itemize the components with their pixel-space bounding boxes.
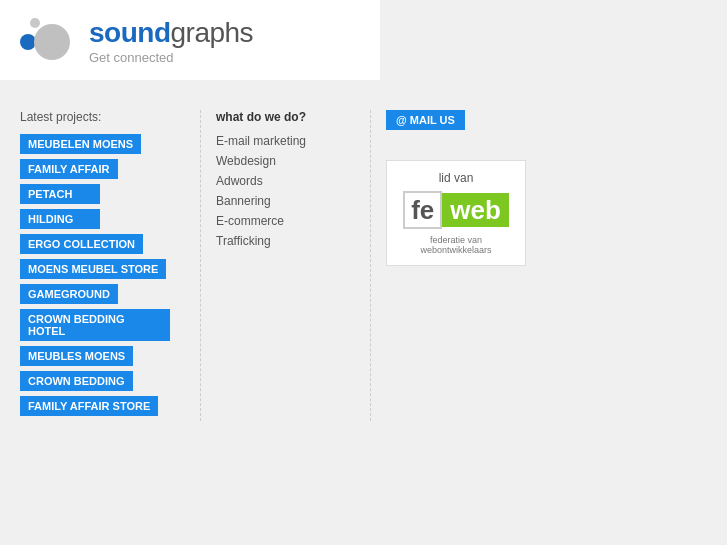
right-column: @ MAIL US lid van feweb federatie van we… (370, 110, 707, 421)
feweb-lid-text: lid van (397, 171, 515, 185)
feweb-logo[interactable]: feweb (397, 191, 515, 229)
service-menu-item[interactable]: Bannering (216, 194, 360, 208)
project-button[interactable]: MEUBLES MOENS (20, 346, 133, 366)
feweb-web-text: web (442, 193, 509, 227)
project-button[interactable]: CROWN BEDDING (20, 371, 133, 391)
project-button[interactable]: FAMILY AFFAIR (20, 159, 118, 179)
logo-tagline: Get connected (89, 50, 253, 65)
logo-sound: sound (89, 17, 171, 48)
mid-column: what do we do? E-mail marketingWebdesign… (200, 110, 360, 421)
project-button[interactable]: MOENS MEUBEL STORE (20, 259, 166, 279)
service-menu-item[interactable]: Webdesign (216, 154, 360, 168)
service-menu-item[interactable]: Adwords (216, 174, 360, 188)
service-menu-item[interactable]: E-commerce (216, 214, 360, 228)
left-column: Latest projects: MEUBELEN MOENSFAMILY AF… (20, 110, 185, 421)
logo-text-group: soundgraphs Get connected (89, 19, 253, 65)
feweb-fe-text: fe (403, 191, 442, 229)
logo-icon-group (20, 18, 75, 66)
services-label: what do we do? (216, 110, 360, 124)
feweb-badge: lid van feweb federatie van webontwikkel… (386, 160, 526, 266)
project-button[interactable]: ERGO COLLECTION (20, 234, 143, 254)
project-button[interactable]: HILDING (20, 209, 100, 229)
mail-button[interactable]: @ MAIL US (386, 110, 465, 130)
service-menu-item[interactable]: E-mail marketing (216, 134, 360, 148)
page-wrapper: soundgraphs Get connected Latest project… (0, 0, 727, 545)
projects-list: MEUBELEN MOENSFAMILY AFFAIRPETACHHILDING… (20, 134, 185, 416)
project-button[interactable]: GAMEGROUND (20, 284, 118, 304)
logo-graphs: graphs (171, 17, 254, 48)
logo-dot-small (30, 18, 40, 28)
project-button[interactable]: CROWN BEDDING HOTEL (20, 309, 170, 341)
project-button[interactable]: PETACH (20, 184, 100, 204)
project-button[interactable]: FAMILY AFFAIR STORE (20, 396, 158, 416)
logo-dot-large (34, 24, 70, 60)
service-menu-item[interactable]: Trafficking (216, 234, 360, 248)
project-button[interactable]: MEUBELEN MOENS (20, 134, 141, 154)
main-content: Latest projects: MEUBELEN MOENSFAMILY AF… (0, 110, 727, 441)
projects-label: Latest projects: (20, 110, 185, 124)
services-list: E-mail marketingWebdesignAdwordsBannerin… (216, 134, 360, 248)
logo-text: soundgraphs (89, 19, 253, 47)
header: soundgraphs Get connected (0, 0, 380, 80)
feweb-tagline: federatie van webontwikkelaars (397, 235, 515, 255)
